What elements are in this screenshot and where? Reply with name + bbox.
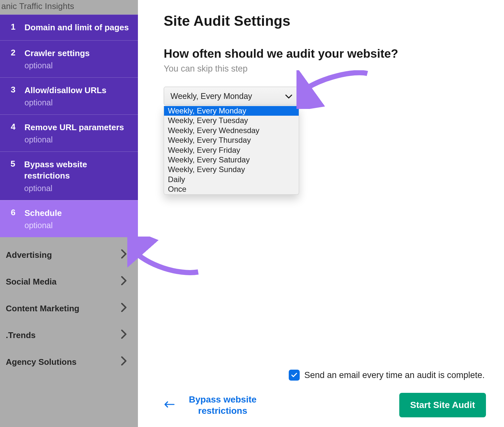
- chevron-right-icon: [121, 249, 127, 261]
- step-sublabel: optional: [24, 98, 106, 107]
- schedule-select: Weekly, Every Monday Weekly, Every Monda…: [164, 87, 299, 105]
- main-panel: Site Audit Settings How often should we …: [138, 0, 504, 427]
- option-once[interactable]: Once: [164, 184, 299, 194]
- step-sublabel: optional: [24, 61, 90, 70]
- nav-label: .Trends: [6, 330, 35, 340]
- setup-steps: anic Traffic Insights 1 Domain and limit…: [0, 0, 138, 237]
- footer-actions: Bypass website restrictions Start Site A…: [164, 393, 486, 417]
- chevron-right-icon: [121, 330, 127, 341]
- step-label: Crawler settings: [24, 48, 90, 59]
- nav-advertising[interactable]: Advertising: [0, 242, 138, 268]
- step-number: 6: [8, 208, 15, 230]
- step-sublabel: optional: [24, 135, 124, 144]
- chevron-down-icon: [285, 92, 292, 101]
- annotation-arrow-dropdown: [296, 70, 374, 109]
- step-label: Allow/disallow URLs: [24, 85, 106, 96]
- step-number: 2: [8, 48, 15, 70]
- step-label: Schedule: [24, 208, 62, 219]
- option-weekly-tuesday[interactable]: Weekly, Every Tuesday: [164, 116, 299, 125]
- step-number: 4: [8, 122, 15, 144]
- step-crawler-settings[interactable]: 2 Crawler settings optional: [0, 40, 138, 77]
- schedule-select-list: Weekly, Every Monday Weekly, Every Tuesd…: [164, 106, 299, 195]
- arrow-left-icon: [164, 401, 175, 409]
- step-number: 1: [8, 22, 15, 33]
- step-remove-url-parameters[interactable]: 4 Remove URL parameters optional: [0, 114, 138, 151]
- step-number: 3: [8, 85, 15, 107]
- nav-label: Advertising: [6, 250, 52, 260]
- step-allow-disallow-urls[interactable]: 3 Allow/disallow URLs optional: [0, 77, 138, 114]
- schedule-question: How often should we audit your website?: [164, 47, 486, 61]
- option-weekly-sunday[interactable]: Weekly, Every Sunday: [164, 165, 299, 174]
- back-button[interactable]: Bypass website restrictions: [164, 394, 257, 416]
- schedule-select-value: Weekly, Every Monday: [170, 92, 252, 101]
- step-number: 5: [8, 159, 15, 193]
- option-daily[interactable]: Daily: [164, 175, 299, 184]
- footer: Send an email every time an audit is com…: [164, 370, 486, 417]
- nav-content-marketing[interactable]: Content Marketing: [0, 295, 138, 322]
- back-label: Bypass website restrictions: [189, 394, 257, 416]
- nav-label: Agency Solutions: [6, 357, 77, 367]
- step-label: Remove URL parameters: [24, 122, 124, 133]
- step-schedule[interactable]: 6 Schedule optional: [0, 200, 138, 237]
- sidebar-category-nav: Advertising Social Media Content Marketi…: [0, 237, 138, 375]
- chevron-right-icon: [121, 356, 127, 368]
- step-label: Domain and limit of pages: [24, 22, 129, 33]
- step-domain-limit[interactable]: 1 Domain and limit of pages: [0, 15, 138, 40]
- annotation-arrow-schedule: [127, 237, 205, 275]
- chevron-right-icon: [121, 276, 127, 287]
- nav-agency-solutions[interactable]: Agency Solutions: [0, 349, 138, 375]
- step-bypass-restrictions[interactable]: 5 Bypass website restrictions optional: [0, 151, 138, 200]
- nav-label: Content Marketing: [6, 304, 79, 314]
- email-notify-checkbox[interactable]: [289, 370, 300, 381]
- option-weekly-wednesday[interactable]: Weekly, Every Wednesday: [164, 126, 299, 135]
- option-weekly-saturday[interactable]: Weekly, Every Saturday: [164, 155, 299, 165]
- sidebar: anic Traffic Insights 1 Domain and limit…: [0, 0, 138, 427]
- email-notify-row: Send an email every time an audit is com…: [164, 370, 486, 381]
- start-site-audit-button[interactable]: Start Site Audit: [399, 393, 486, 417]
- option-weekly-thursday[interactable]: Weekly, Every Thursday: [164, 135, 299, 145]
- option-weekly-friday[interactable]: Weekly, Every Friday: [164, 145, 299, 155]
- sidebar-cutoff-text: anic Traffic Insights: [0, 0, 138, 15]
- step-sublabel: optional: [24, 221, 62, 230]
- option-weekly-monday[interactable]: Weekly, Every Monday: [164, 106, 299, 116]
- email-notify-label: Send an email every time an audit is com…: [304, 370, 485, 380]
- nav-social-media[interactable]: Social Media: [0, 268, 138, 295]
- nav-trends[interactable]: .Trends: [0, 322, 138, 349]
- page-title: Site Audit Settings: [164, 13, 486, 29]
- step-label: Bypass website restrictions: [24, 159, 131, 181]
- schedule-select-button[interactable]: Weekly, Every Monday: [164, 87, 299, 105]
- nav-label: Social Media: [6, 277, 57, 287]
- step-sublabel: optional: [24, 184, 131, 193]
- chevron-right-icon: [121, 303, 127, 314]
